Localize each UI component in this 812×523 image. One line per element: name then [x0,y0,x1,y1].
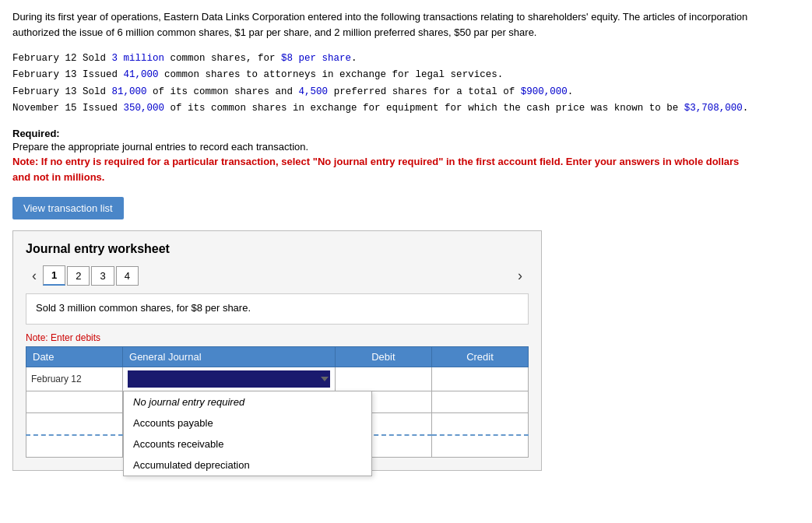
date-value-1: February 12 [31,374,82,384]
dropdown-item-accounts-receivable[interactable]: Accounts receivable [124,433,371,455]
tab-4[interactable]: 4 [116,266,139,286]
transaction-2: February 13 Issued 41,000 common shares … [12,67,800,83]
tx1-date: February 12 [12,53,77,64]
col-debit: Debit [335,347,431,367]
tab-1[interactable]: 1 [43,265,65,286]
col-credit: Credit [431,347,528,367]
credit-input-4[interactable] [437,439,523,454]
nav-row: ‹ 1 2 3 4 › [26,265,529,286]
required-subtitle: Prepare the appropriate journal entries … [12,141,800,153]
transaction-3: February 13 Sold 81,000 of its common sh… [12,84,800,100]
intro-text: During its first year of operations, Eas… [12,9,775,40]
credit-input-2[interactable] [437,395,523,409]
table-area: Date General Journal Debit Credit Februa… [26,346,529,458]
journal-table: Date General Journal Debit Credit Februa… [26,346,529,458]
note-label: Note: Enter debits [26,332,529,343]
account-input-wrapper-1[interactable] [128,370,330,388]
required-section: Required: Prepare the appropriate journa… [12,128,800,184]
date-cell-3 [26,413,123,436]
tx3-date: February 13 [12,86,77,97]
table-header-row: Date General Journal Debit Credit [26,347,529,367]
tx1-text: Sold 3 million common shares, for $8 per… [83,53,357,64]
transactions-block: February 12 Sold 3 million common shares… [12,51,800,117]
transaction-1: February 12 Sold 3 million common shares… [12,51,800,67]
date-cell-1: February 12 [26,367,123,391]
tx3-text: Sold 81,000 of its common shares and 4,5… [83,86,573,97]
credit-input-1[interactable] [437,372,523,387]
prev-arrow[interactable]: ‹ [26,266,43,286]
worksheet-container: Journal entry worksheet ‹ 1 2 3 4 › Sold… [12,230,542,471]
credit-input-3[interactable] [437,416,523,431]
transaction-4: November 15 Issued 350,000 of its common… [12,100,800,117]
tx2-date: February 13 [12,69,77,80]
entry-description: Sold 3 million common shares, for $8 per… [26,293,529,325]
worksheet-title: Journal entry worksheet [26,242,529,256]
credit-cell-2[interactable] [431,391,528,413]
dropdown-item-accumulated-depreciation[interactable]: Accumulated depreciation [124,455,371,476]
tab-3[interactable]: 3 [91,266,114,286]
credit-cell-4[interactable] [431,435,528,458]
required-label: Required: [12,128,800,139]
debit-input-1[interactable] [340,372,427,387]
dropdown-item-no-entry[interactable]: No journal entry required [124,391,371,412]
dropdown-item-accounts-payable[interactable]: Accounts payable [124,412,371,433]
next-arrow[interactable]: › [511,266,529,286]
account-cell-1[interactable]: No journal entry required Accounts payab… [123,367,336,391]
col-date: Date [26,347,123,367]
date-cell-2 [26,391,123,413]
account-input-1[interactable] [128,370,330,388]
tx2-text: Issued 41,000 common shares to attorneys… [83,69,503,80]
view-transaction-list-button[interactable]: View transaction list [12,197,124,219]
col-general-journal: General Journal [123,347,336,367]
tab-2[interactable]: 2 [67,266,90,286]
date-cell-4 [26,435,123,458]
table-row: February 12 No journal entry required Ac… [26,367,529,391]
tx4-text: Issued 350,000 of its common shares in e… [83,103,748,114]
account-dropdown[interactable]: No journal entry required Accounts payab… [123,391,372,476]
required-note: Note: If no entry is required for a part… [12,154,760,184]
credit-cell-3[interactable] [431,413,528,436]
tx4-date: November 15 [12,103,77,114]
credit-cell-1[interactable] [431,367,528,391]
debit-cell-1[interactable] [335,367,431,391]
